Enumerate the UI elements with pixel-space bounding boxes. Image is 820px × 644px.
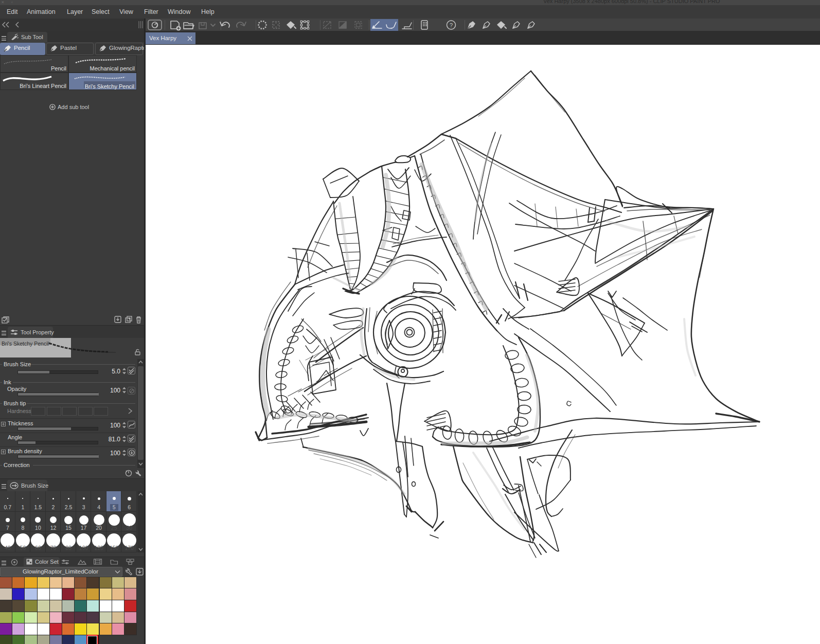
svg-text:?: ? xyxy=(450,22,453,28)
